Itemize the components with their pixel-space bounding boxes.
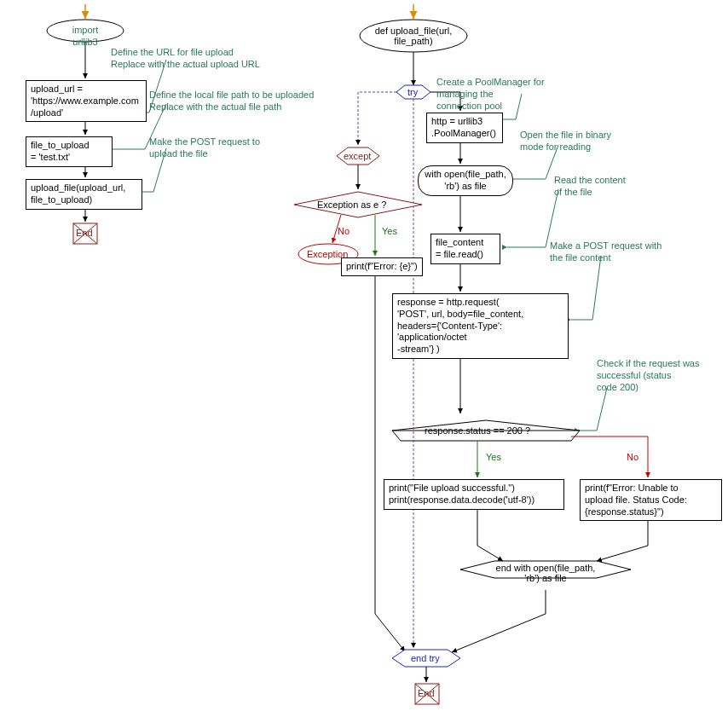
box-error-status: print(f"Error: Unable to upload file. St… [580, 479, 722, 521]
yes-label-2: Yes [382, 226, 397, 236]
box-file-to-upload: file_to_upload = 'test.txt' [26, 136, 113, 167]
comment-read: Read the content of the file [554, 175, 626, 199]
comment-make-post: Make the POST request to upload the file [149, 136, 260, 160]
cond-exception: Exception as e ? [317, 199, 386, 210]
start-left: import urllib3 [62, 25, 108, 49]
box-success: print("File upload successful.") print(r… [384, 479, 564, 510]
end-left: End [76, 228, 93, 238]
end-with: end with open(file_path, 'rb') as file [494, 563, 597, 583]
comment-check: Check if the request was successful (sta… [597, 358, 699, 393]
comment-file-path: Define the local file path to be uploade… [149, 90, 314, 113]
box-response: response = http.request( 'POST', url, bo… [392, 293, 569, 359]
comment-post: Make a POST request with the file conten… [550, 240, 662, 264]
box-file-read: file_content = file.read() [430, 234, 500, 264]
box-call-upload: upload_file(upload_url, file_to_upload) [26, 179, 142, 210]
end-right: End [418, 688, 435, 698]
end-try-label: end try [411, 653, 440, 663]
box-print-error: print(f"Error: {e}") [341, 257, 423, 276]
no-label-1: No [627, 452, 638, 462]
except-label: except [344, 151, 371, 161]
yes-label-1: Yes [486, 452, 501, 462]
cond-status: response.status == 200 ? [425, 425, 530, 436]
def-upload-file: def upload_file(url, file_path) [372, 26, 455, 46]
box-with-open: with open(file_path, 'rb') as file [418, 165, 513, 196]
no-label-2: No [338, 226, 350, 236]
comment-poolmanager: Create a PoolManager for managing the co… [436, 77, 545, 112]
try-label: try [407, 87, 418, 97]
comment-upload-url: Define the URL for file upload Replace w… [111, 47, 260, 71]
box-http: http = urllib3 .PoolManager() [426, 113, 503, 143]
box-upload-url: upload_url = 'https://www.example.com /u… [26, 80, 147, 122]
comment-open-file: Open the file in binary mode for reading [520, 130, 611, 153]
